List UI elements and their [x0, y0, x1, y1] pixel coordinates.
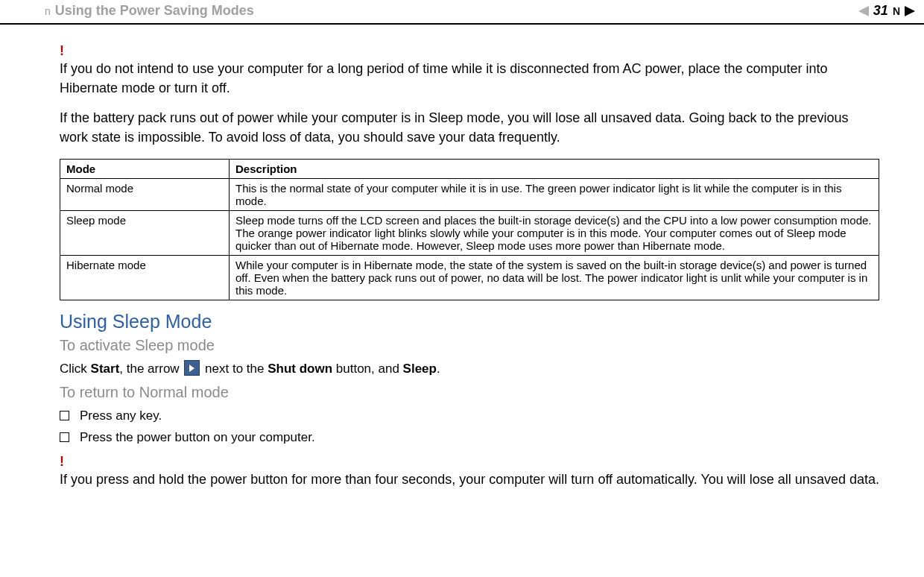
- bullet-square-icon: [60, 411, 69, 420]
- page-content: ! If you do not intend to use your compu…: [0, 25, 924, 489]
- subsection-return: To return to Normal mode: [60, 384, 879, 401]
- page-number: 31: [873, 3, 888, 19]
- cell-mode: Sleep mode: [60, 211, 230, 256]
- cell-desc: While your computer is in Hibernate mode…: [230, 256, 879, 300]
- cell-mode: Normal mode: [60, 179, 230, 211]
- text: .: [437, 362, 440, 376]
- page-header: n Using the Power Saving Modes 31 N: [0, 0, 924, 25]
- header-right: 31 N: [858, 3, 915, 19]
- text: Click: [60, 362, 91, 376]
- table-row: Sleep mode Sleep mode turns off the LCD …: [60, 211, 879, 256]
- warning-icon: !: [60, 455, 879, 468]
- cell-desc: Sleep mode turns off the LCD screen and …: [230, 211, 879, 256]
- th-mode: Mode: [60, 160, 230, 179]
- table-header-row: Mode Description: [60, 160, 879, 179]
- warning-block-2: ! If you press and hold the power button…: [60, 455, 879, 489]
- section-heading: Using Sleep Mode: [60, 311, 879, 332]
- warning-text-1a: If you do not intend to use your compute…: [60, 59, 879, 98]
- nav-next-triangle-icon[interactable]: [905, 6, 915, 16]
- th-desc: Description: [230, 160, 879, 179]
- bullet-square-icon: [60, 432, 69, 442]
- table-row: Hibernate mode While your computer is in…: [60, 256, 879, 300]
- list-item-text: Press the power button on your computer.: [80, 430, 315, 444]
- list-item: Press any key.: [60, 406, 879, 427]
- warning-block-1: ! If you do not intend to use your compu…: [60, 44, 879, 147]
- warning-text-2: If you press and hold the power button f…: [60, 470, 879, 489]
- return-steps-list: Press any key. Press the power button on…: [60, 406, 879, 449]
- activate-instructions: Click Start, the arrow next to the Shut …: [60, 360, 879, 378]
- text: , the arrow: [119, 362, 183, 376]
- document-page: n Using the Power Saving Modes 31 N ! If…: [0, 0, 924, 577]
- nav-next-icon[interactable]: N: [893, 5, 900, 17]
- subsection-activate: To activate Sleep mode: [60, 337, 879, 354]
- arrow-right-icon: [184, 360, 200, 376]
- list-item: Press the power button on your computer.: [60, 427, 879, 449]
- kw-start: Start: [91, 362, 120, 376]
- text: next to the: [201, 362, 268, 376]
- kw-sleep: Sleep: [403, 362, 437, 376]
- warning-text-1b: If the battery pack runs out of power wh…: [60, 108, 879, 147]
- text: button, and: [332, 362, 403, 376]
- warning-icon: !: [60, 44, 879, 57]
- modes-table: Mode Description Normal mode This is the…: [60, 159, 879, 300]
- nav-prev-icon[interactable]: n: [45, 5, 51, 17]
- header-title: Using the Power Saving Modes: [55, 3, 254, 19]
- kw-shutdown: Shut down: [268, 362, 332, 376]
- table-row: Normal mode This is the normal state of …: [60, 179, 879, 211]
- breadcrumb-prev: n Using the Power Saving Modes: [45, 3, 254, 19]
- cell-mode: Hibernate mode: [60, 256, 230, 300]
- nav-prev-triangle-icon[interactable]: [858, 6, 869, 16]
- list-item-text: Press any key.: [80, 409, 162, 423]
- cell-desc: This is the normal state of your compute…: [230, 179, 879, 211]
